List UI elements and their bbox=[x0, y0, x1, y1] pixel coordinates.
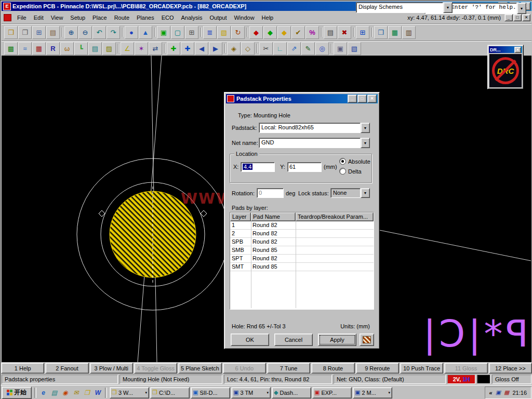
photo-plot-icon[interactable]: ▧ bbox=[348, 42, 361, 55]
function-key-button[interactable]: 11 Gloss bbox=[444, 363, 487, 374]
child-window-icon[interactable] bbox=[4, 14, 11, 21]
plane-fill-icon[interactable]: ▤ bbox=[88, 42, 102, 55]
menu-item[interactable]: Output bbox=[206, 13, 230, 22]
highlight-icon[interactable]: ✶ bbox=[135, 42, 148, 55]
task-dash[interactable]: ◆ Dash... bbox=[272, 387, 311, 398]
table-row[interactable]: SMT Round 85 bbox=[230, 263, 374, 271]
add-pin-icon[interactable]: ✚ bbox=[181, 42, 194, 55]
show-desktop-icon[interactable]: ▤ bbox=[50, 388, 59, 397]
child-close-button[interactable]: ✕ bbox=[522, 14, 530, 21]
corner-route-icon[interactable]: ┗ bbox=[74, 42, 88, 55]
apply-button[interactable]: Apply bbox=[318, 334, 356, 346]
padstack-editor-button[interactable] bbox=[360, 334, 374, 346]
cancel-button[interactable]: Cancel bbox=[274, 334, 313, 346]
verify-icon[interactable]: ✔ bbox=[291, 26, 305, 39]
y-coordinate-field[interactable]: 61 bbox=[287, 162, 322, 172]
layer-bars-icon[interactable]: ≣ bbox=[203, 26, 217, 39]
dialog-close-button[interactable]: ✕ bbox=[367, 95, 377, 103]
warning-icon[interactable]: ◆ bbox=[277, 26, 291, 39]
menu-item[interactable]: Window bbox=[230, 13, 258, 22]
start-button[interactable]: 开始 bbox=[2, 387, 32, 399]
menu-item[interactable]: File bbox=[14, 13, 30, 22]
menu-item[interactable]: Edit bbox=[30, 13, 47, 22]
chevron-down-icon[interactable]: ▼ bbox=[361, 138, 370, 148]
menu-item[interactable]: Planes bbox=[133, 13, 158, 22]
function-key-button[interactable]: 4 Toggle Gloss bbox=[134, 363, 177, 374]
drc-title-bar[interactable]: DR... ✕ bbox=[489, 46, 522, 53]
dialog-title-bar[interactable]: Padstack Properties _ □ ✕ bbox=[226, 94, 378, 103]
measure-icon[interactable]: ∠ bbox=[121, 42, 134, 55]
grid-setup-icon[interactable]: ⊞ bbox=[356, 26, 369, 39]
lock-status-value[interactable]: None bbox=[330, 188, 361, 198]
padstack-value[interactable]: Local: Round82xh65 bbox=[259, 123, 361, 133]
task-expedition[interactable]: ▣ EXP... bbox=[312, 387, 352, 398]
report-icon[interactable]: ▤ bbox=[324, 26, 337, 39]
place-part-icon[interactable]: ▲ bbox=[139, 26, 152, 39]
task-m-group[interactable]: ▣ 2 M... ▾ bbox=[353, 387, 392, 398]
chevron-down-icon[interactable]: ▼ bbox=[361, 123, 370, 133]
library-icon[interactable]: ❒ bbox=[374, 26, 388, 39]
rotate-icon[interactable]: ↻ bbox=[231, 26, 245, 39]
tray-input-icon[interactable]: ▦ bbox=[504, 389, 509, 396]
table-row[interactable]: SMB Round 85 bbox=[230, 246, 374, 255]
folder-shortcut-icon[interactable]: ❒ bbox=[83, 388, 91, 397]
task-sii[interactable]: ▣ SII-D... bbox=[191, 387, 230, 398]
function-key-button[interactable]: 8 Route bbox=[311, 363, 354, 374]
function-key-button[interactable]: 1 Help bbox=[1, 363, 44, 374]
drc-window[interactable]: DR... ✕ DRC bbox=[487, 45, 524, 89]
net-name-value[interactable]: GND bbox=[259, 138, 361, 148]
coil-icon[interactable]: ω bbox=[60, 42, 74, 55]
plane-shape-icon[interactable]: ▩ bbox=[4, 42, 18, 55]
display-schemes-value[interactable]: Display Schemes bbox=[356, 2, 443, 13]
function-key-button[interactable]: 2 Fanout bbox=[45, 363, 88, 374]
angle-mode-icon[interactable]: ∟ bbox=[273, 42, 287, 55]
paste-icon[interactable]: ▤ bbox=[46, 26, 60, 39]
task-tm-group[interactable]: ▣ 3 TM ▾ bbox=[231, 387, 271, 398]
column-header-teardrop[interactable]: Teardrop/Breakout Param... bbox=[296, 212, 374, 221]
lock-icon[interactable]: ◈ bbox=[227, 42, 241, 55]
task-explorer-group[interactable]: ❒ 3 W... ▾ bbox=[110, 387, 149, 398]
menu-item[interactable]: Analysis bbox=[177, 13, 206, 22]
tray-display-icon[interactable]: ▣ bbox=[496, 389, 501, 396]
table-row[interactable]: SPT Round 82 bbox=[230, 255, 374, 263]
function-key-button[interactable]: 9 Reroute bbox=[356, 363, 399, 374]
function-key-button[interactable]: 12 Place >> bbox=[489, 363, 532, 374]
align-left-icon[interactable]: ◀ bbox=[195, 42, 208, 55]
function-key-button[interactable]: 7 Tune bbox=[267, 363, 310, 374]
delta-radio[interactable] bbox=[339, 168, 346, 175]
edit-icon[interactable]: ✎ bbox=[301, 42, 315, 55]
padstack-combobox[interactable]: Local: Round82xh65 ▼ bbox=[259, 123, 370, 133]
dialog-maximize-button[interactable]: □ bbox=[357, 95, 367, 103]
grid-icon[interactable]: ⊞ bbox=[185, 26, 198, 39]
word-icon[interactable]: W bbox=[94, 388, 102, 397]
cut-trace-icon[interactable]: ✂ bbox=[259, 42, 273, 55]
column-header-pad-name[interactable]: Pad Name bbox=[251, 212, 296, 221]
mail-icon[interactable]: ✉ bbox=[72, 388, 81, 397]
display-control-icon[interactable]: ▢ bbox=[171, 26, 184, 39]
re-route-icon[interactable]: R bbox=[46, 42, 60, 55]
absolute-radio[interactable] bbox=[339, 158, 346, 165]
function-key-button[interactable]: 6 Undo bbox=[223, 363, 266, 374]
tray-expand-icon[interactable]: « bbox=[489, 390, 493, 396]
child-restore-button[interactable]: □ bbox=[513, 14, 522, 21]
net-name-combobox[interactable]: GND ▼ bbox=[259, 138, 370, 148]
ie-icon[interactable]: e bbox=[39, 388, 48, 397]
menu-item[interactable]: View bbox=[47, 13, 67, 22]
menu-item[interactable]: Route bbox=[111, 13, 133, 22]
pads-by-layer-table[interactable]: Layer Pad Name Teardrop/Breakout Param..… bbox=[230, 212, 374, 310]
menu-item[interactable]: Place bbox=[89, 13, 111, 22]
function-key-button[interactable]: 5 Plane Sketch bbox=[178, 363, 221, 374]
function-key-button[interactable]: 10 Push Trace bbox=[400, 363, 443, 374]
ok-button[interactable]: OK bbox=[231, 334, 269, 346]
display-schemes-combobox[interactable]: Display Schemes ▼ bbox=[356, 2, 453, 13]
align-right-icon[interactable]: ▶ bbox=[209, 42, 222, 55]
chevron-down-icon[interactable]: ▼ bbox=[361, 188, 370, 198]
push-trace-icon[interactable]: ⇗ bbox=[287, 42, 301, 55]
dialog-minimize-button[interactable]: _ bbox=[348, 95, 357, 103]
select-mode-icon[interactable]: ● bbox=[125, 26, 138, 39]
menu-item[interactable]: ECO bbox=[158, 13, 178, 22]
zoom-fit-icon[interactable]: ⊖ bbox=[78, 26, 92, 39]
menu-item[interactable]: Help bbox=[258, 13, 277, 22]
board-view-icon[interactable]: ▦ bbox=[388, 26, 402, 39]
table-row[interactable]: 1 Round 82 bbox=[230, 221, 374, 230]
